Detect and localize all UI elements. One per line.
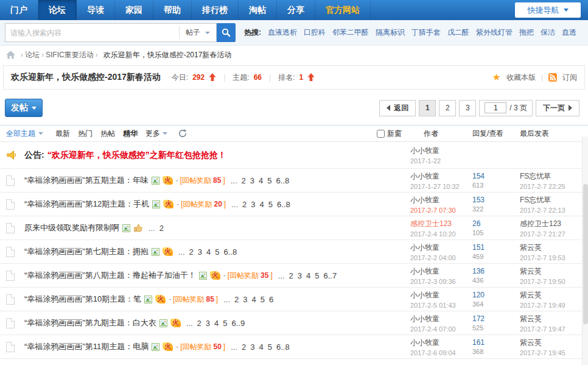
reply-count-link[interactable]: 151 [472, 243, 516, 252]
hot-search-link[interactable]: 戊二醛 [447, 27, 469, 38]
scrollbar-thumb[interactable] [583, 184, 588, 324]
hot-search-link[interactable]: 丁腈手套 [411, 27, 441, 38]
thread-page-link[interactable]: 2 [289, 271, 293, 280]
reply-count-link[interactable]: 154 [472, 172, 516, 180]
thread-page-link[interactable]: 5 [268, 200, 273, 209]
thread-title-link[interactable]: “幸福涂鸦画画画”第11期主题：电脑 [24, 341, 149, 352]
thread-page-link[interactable]: 2 [159, 224, 164, 233]
last-poster-link[interactable]: 感控卫士123 [520, 219, 579, 229]
thread-title-link[interactable]: “幸福涂鸦画画画”第12期主题：手机 [24, 199, 149, 210]
hot-search-link[interactable]: 拖把 [519, 27, 534, 38]
back-button[interactable]: 返回 [379, 100, 416, 116]
hot-search-link[interactable]: 保洁 [541, 27, 555, 38]
quick-nav-button[interactable]: 快捷导航 [515, 2, 581, 18]
thread-page-link[interactable]: 4 [206, 247, 211, 257]
nav-item-帮助[interactable]: 帮助 [153, 0, 192, 20]
thread-page-link[interactable]: 2 [242, 342, 246, 352]
hot-search-link[interactable]: 口腔科 [304, 27, 326, 38]
thread-page-link[interactable]: 3 [250, 342, 254, 352]
filter-link-精华[interactable]: 精华 [123, 129, 138, 139]
thread-page-link[interactable]: 2 [242, 200, 247, 209]
announcement-title-link[interactable]: “欢乐迎新年，快乐做感控”之新年红包抢抢抢！ [47, 150, 226, 161]
thread-page-link[interactable]: 4 [251, 295, 256, 304]
page-button-2[interactable]: 2 [439, 100, 456, 116]
thread-page-link[interactable]: 6..8 [276, 342, 290, 352]
all-topics-dropdown[interactable]: 全部主题 [6, 129, 43, 139]
thread-page-link[interactable]: 6..8 [276, 176, 290, 185]
author-link[interactable]: 小小牧童 [410, 290, 472, 300]
author-link[interactable]: 小小牧童 [410, 171, 472, 182]
reply-count-link[interactable]: 120 [472, 291, 516, 299]
hot-search-link[interactable]: 隔离标识 [376, 27, 405, 38]
new-window-toggle[interactable]: 新窗 [377, 129, 402, 139]
more-dropdown[interactable]: 更多 [145, 129, 167, 139]
thread-page-link[interactable]: 2 [234, 295, 239, 304]
thread-title-link[interactable]: “幸福涂鸦画画画”第五期主题：年味 [24, 175, 149, 186]
thread-page-link[interactable]: 6 [269, 295, 273, 304]
thread-page-link[interactable]: 3 [298, 271, 302, 280]
thread-page-link[interactable]: 4 [259, 176, 263, 185]
author-link[interactable]: 小小牧童 [410, 195, 472, 205]
new-post-button[interactable]: 发帖 [5, 99, 43, 117]
last-poster-link[interactable]: 紫云英 [520, 243, 579, 253]
thread-title-link[interactable]: 原来中级领取奖励有限制啊 [24, 222, 119, 233]
reply-count-link[interactable]: 172 [472, 314, 516, 323]
thread-page-link[interactable]: 5 [261, 295, 265, 304]
thread-page-link[interactable]: 6..8 [223, 247, 237, 257]
author-link[interactable]: 小小牧童 [410, 266, 472, 277]
thread-page-link[interactable]: 4 [259, 342, 264, 352]
thread-title-link[interactable]: “幸福涂鸦画画画”第九期主题：白大衣 [24, 317, 156, 328]
vertical-scrollbar[interactable] [582, 136, 588, 365]
thread-page-link[interactable]: 3 [206, 319, 210, 328]
thread-title-link[interactable]: “幸福涂鸦画画画”第七期主题：拥抱 [24, 246, 149, 257]
thread-page-link[interactable]: 3 [250, 176, 254, 185]
subscribe-link[interactable]: 订阅 [562, 73, 577, 83]
nav-item-导读[interactable]: 导读 [77, 0, 115, 20]
thread-page-link[interactable]: 5 [268, 342, 272, 352]
nav-item-论坛[interactable]: 论坛 [38, 0, 77, 20]
nav-item-门户[interactable]: 门户 [0, 0, 38, 20]
thread-page-link[interactable]: 6..8 [277, 200, 290, 209]
last-poster-link[interactable]: 紫云英 [520, 314, 579, 324]
hot-search-link[interactable]: 血液透析 [268, 27, 297, 38]
thread-page-link[interactable]: 3 [243, 295, 247, 304]
breadcrumb-link[interactable]: 论坛 [25, 50, 40, 60]
thread-page-link[interactable]: 5 [215, 247, 219, 257]
nav-item-分享[interactable]: 分享 [277, 0, 315, 20]
author-link[interactable]: 小小牧童 [410, 146, 472, 156]
thread-title-link[interactable]: “幸福涂鸦画画画”第10期主题：笔 [24, 294, 141, 305]
new-window-checkbox[interactable] [377, 130, 385, 138]
nav-item-家园[interactable]: 家园 [115, 0, 153, 20]
last-poster-link[interactable]: 紫云英 [520, 338, 579, 348]
filter-link-热门[interactable]: 热门 [78, 129, 93, 139]
last-poster-link[interactable]: FS忘忧草 [520, 171, 579, 182]
thread-page-link[interactable]: 4 [214, 319, 219, 328]
reply-count-link[interactable]: 136 [472, 267, 516, 275]
last-poster-link[interactable]: 紫云英 [520, 290, 579, 300]
hot-search-link[interactable]: 紫外线灯管 [476, 27, 513, 38]
thread-title-link[interactable]: “幸福涂鸦画画画”第八期主题：撸起袖子加油干！ [24, 270, 196, 281]
home-icon[interactable] [6, 51, 15, 59]
thread-page-link[interactable]: 6..9 [231, 319, 245, 328]
filter-link-最新[interactable]: 最新 [55, 129, 70, 139]
nav-item-淘帖[interactable]: 淘帖 [239, 0, 277, 20]
thread-page-link[interactable]: 5 [267, 176, 271, 185]
thread-page-link[interactable]: 2 [189, 247, 194, 257]
author-link[interactable]: 小小牧童 [410, 314, 472, 324]
favorite-forum-link[interactable]: 收藏本版 [506, 73, 536, 83]
thread-page-link[interactable]: 4 [259, 200, 264, 209]
next-page-button[interactable]: 下一页 [536, 100, 579, 116]
page-button-1[interactable]: 1 [419, 100, 436, 116]
nav-item-排行榜[interactable]: 排行榜 [192, 0, 239, 20]
thread-page-link[interactable]: 3 [251, 200, 255, 209]
thread-page-link[interactable]: 2 [242, 176, 246, 185]
reply-count-link[interactable]: 153 [472, 196, 516, 204]
author-link[interactable]: 感控卫士123 [410, 219, 472, 229]
thread-page-link[interactable]: 3 [198, 247, 202, 257]
thread-page-link[interactable]: 2 [197, 319, 201, 328]
search-button[interactable] [217, 23, 236, 42]
page-jump-input[interactable] [485, 102, 506, 113]
page-button-3[interactable]: 3 [459, 100, 476, 116]
reply-count-link[interactable]: 26 [472, 219, 516, 228]
hot-search-link[interactable]: 邻苯二甲醛 [332, 27, 369, 38]
